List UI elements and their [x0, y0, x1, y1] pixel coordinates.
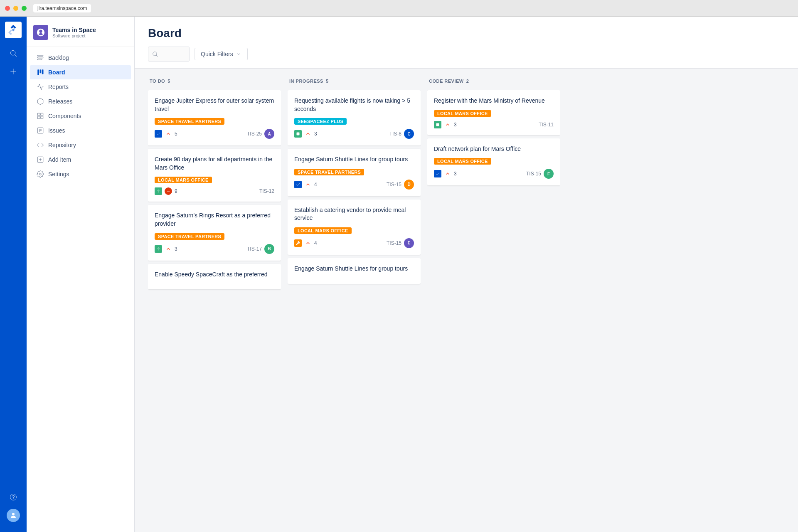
- sidebar-item-board[interactable]: Board: [30, 65, 131, 79]
- svg-rect-10: [37, 69, 39, 75]
- column-count-inprogress: 5: [326, 79, 329, 84]
- svg-rect-15: [37, 116, 40, 119]
- card-meta: 4: [294, 181, 317, 188]
- search-icon: [152, 51, 158, 57]
- search-box[interactable]: [148, 47, 190, 62]
- card-footer: 3 TIS-15 F: [434, 169, 554, 179]
- card-tis15-catering[interactable]: Establish a catering vendor to provide m…: [288, 200, 421, 255]
- project-info: Teams in Space Software project: [52, 27, 96, 38]
- priority-icon: [444, 170, 451, 177]
- card-meta: 3: [434, 121, 457, 128]
- sidebar-item-add[interactable]: Add item: [30, 153, 131, 167]
- issue-type-icon: [155, 130, 162, 138]
- svg-line-26: [156, 55, 158, 57]
- card-tis25[interactable]: Engage Jupiter Express for outer solar s…: [148, 90, 281, 145]
- jira-logo[interactable]: [5, 22, 22, 38]
- story-points: 3: [454, 171, 457, 177]
- card-id-area: TIS-8 C: [389, 129, 414, 139]
- card-title: Establish a catering vendor to provide m…: [294, 206, 414, 222]
- card-meta: 5: [155, 130, 177, 138]
- card-tag: SPACE TRAVEL PARTNERS: [294, 169, 364, 175]
- assignee-avatar: E: [404, 238, 414, 248]
- column-header-codereview: CODE REVIEW 2: [427, 79, 560, 87]
- priority-icon: [444, 121, 451, 128]
- svg-point-24: [39, 173, 42, 175]
- card-engage-saturn-partial[interactable]: Engage Saturn Shuttle Lines for group to…: [288, 258, 421, 284]
- quick-filters-label: Quick Filters: [201, 51, 233, 57]
- story-points: 3: [454, 122, 457, 128]
- card-title: Engage Saturn's Rings Resort as a prefer…: [155, 212, 274, 228]
- card-footer: 4 TIS-15 E: [294, 238, 414, 248]
- chevron-down-icon: [236, 51, 241, 57]
- card-id-area: TIS-15 F: [526, 169, 554, 179]
- card-tis8[interactable]: Requesting available flights is now taki…: [288, 90, 421, 145]
- releases-icon: [37, 98, 44, 105]
- card-tis12[interactable]: Create 90 day plans for all departments …: [148, 149, 281, 202]
- sidebar-label-add: Add item: [48, 156, 71, 163]
- card-tis17[interactable]: Engage Saturn's Rings Resort as a prefer…: [148, 205, 281, 260]
- blocked-icon: [165, 187, 172, 195]
- card-title: Register with the Mars Ministry of Reven…: [434, 97, 554, 105]
- assignee-avatar: F: [544, 169, 554, 179]
- card-title: Draft network plan for Mars Office: [434, 145, 554, 153]
- backlog-icon: [37, 54, 44, 62]
- svg-rect-9: [37, 59, 42, 60]
- project-avatar: [33, 25, 48, 40]
- card-id-area: TIS-12: [259, 188, 274, 194]
- card-tag: SPACE TRAVEL PARTNERS: [155, 233, 224, 240]
- assignee-avatar: A: [264, 129, 274, 139]
- card-meta: 9: [155, 187, 177, 195]
- priority-icon: [304, 181, 312, 188]
- sidebar-item-releases[interactable]: Releases: [30, 94, 131, 108]
- column-label-todo: TO DO: [150, 79, 165, 84]
- sidebar-item-issues[interactable]: Issues: [30, 123, 131, 138]
- quick-filters-button[interactable]: Quick Filters: [195, 48, 248, 60]
- traffic-light-green[interactable]: [22, 6, 27, 11]
- card-id-area: TIS-25 A: [247, 129, 274, 139]
- svg-rect-28: [167, 191, 170, 192]
- sidebar-item-settings[interactable]: Settings: [30, 167, 131, 181]
- card-id: TIS-12: [259, 188, 274, 194]
- card-title: Engage Jupiter Express for outer solar s…: [155, 97, 274, 113]
- sidebar-label-issues: Issues: [48, 127, 65, 134]
- components-icon: [37, 112, 44, 120]
- sidebar-item-backlog[interactable]: Backlog: [30, 51, 131, 65]
- card-tis15-draft[interactable]: Draft network plan for Mars Office LOCAL…: [427, 138, 560, 186]
- search-nav-icon[interactable]: [5, 45, 22, 62]
- card-tis11[interactable]: Register with the Mars Ministry of Reven…: [427, 90, 560, 135]
- sidebar-item-repository[interactable]: Repository: [30, 138, 131, 152]
- sidebar-label-reports: Reports: [48, 84, 69, 90]
- card-tis15-shuttle[interactable]: Engage Saturn Shuttle Lines for group to…: [288, 149, 421, 196]
- issue-type-icon: [294, 181, 302, 188]
- card-tag: LOCAL MARS OFFICE: [294, 227, 352, 234]
- svg-text:?: ?: [12, 494, 15, 500]
- icon-nav: ?: [0, 17, 27, 532]
- column-count-todo: 5: [167, 79, 170, 84]
- card-id: TIS-11: [539, 122, 554, 128]
- story-points: 3: [314, 131, 317, 137]
- card-meta: 3: [434, 170, 457, 177]
- priority-icon: [304, 130, 312, 138]
- user-avatar-nav[interactable]: [7, 509, 20, 522]
- reports-icon: [37, 83, 44, 91]
- card-tag: SPACE TRAVEL PARTNERS: [155, 118, 224, 125]
- card-enable-speedy[interactable]: Enable Speedy SpaceCraft as the preferre…: [148, 264, 281, 290]
- card-tag: LOCAL MARS OFFICE: [434, 110, 491, 117]
- svg-rect-30: [297, 133, 300, 135]
- svg-point-6: [12, 513, 15, 515]
- traffic-light-red[interactable]: [5, 6, 10, 11]
- card-title: Enable Speedy SpaceCraft as the preferre…: [155, 271, 274, 279]
- help-nav-icon[interactable]: ?: [5, 489, 22, 505]
- create-nav-icon[interactable]: [5, 63, 22, 80]
- traffic-light-yellow[interactable]: [13, 6, 18, 11]
- sidebar-item-reports[interactable]: Reports: [30, 80, 131, 94]
- svg-rect-16: [41, 116, 43, 119]
- card-id: TIS-17: [247, 246, 262, 252]
- card-footer: 5 TIS-25 A: [155, 129, 274, 139]
- sidebar-item-components[interactable]: Components: [30, 109, 131, 123]
- cards-list-codereview: Register with the Mars Ministry of Reven…: [427, 90, 560, 522]
- project-header[interactable]: Teams in Space Software project: [27, 17, 134, 47]
- svg-line-1: [15, 55, 17, 57]
- column-count-codereview: 2: [466, 79, 469, 84]
- card-footer: 3 TIS-17 B: [155, 244, 274, 254]
